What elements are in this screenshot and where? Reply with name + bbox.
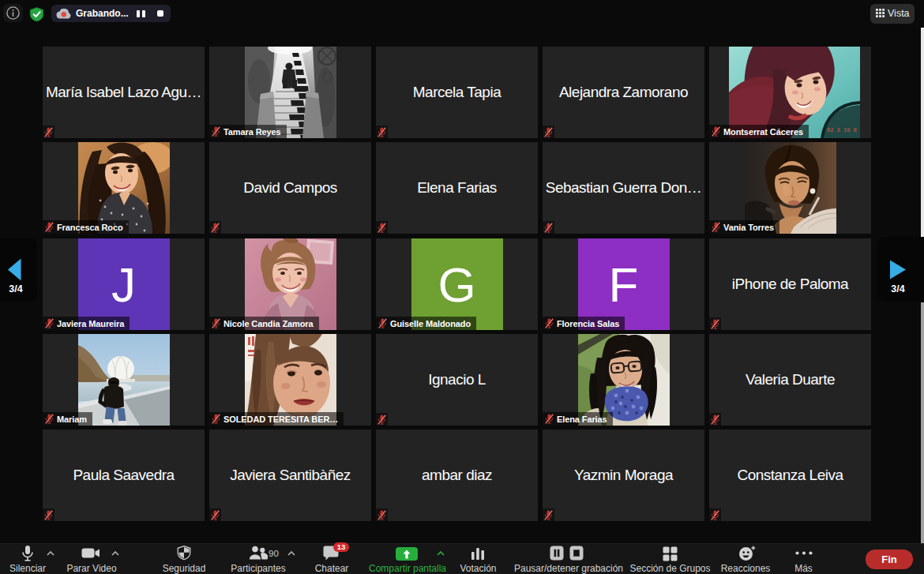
- svg-text:92 3 10 8: 92 3 10 8: [827, 127, 857, 133]
